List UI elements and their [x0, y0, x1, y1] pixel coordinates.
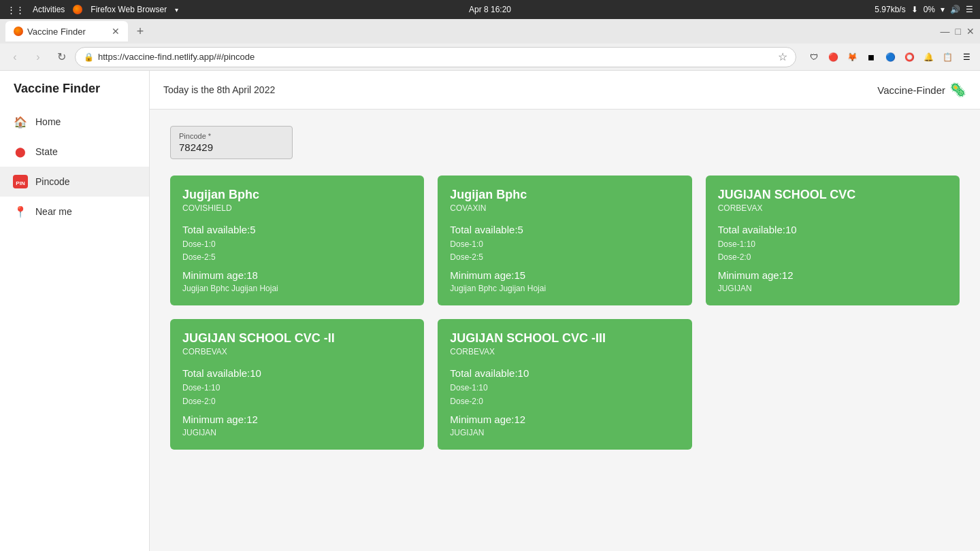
card-total-3: Total available:10 [182, 367, 412, 379]
sidebar-item-pincode[interactable]: PIN Pincode [0, 167, 149, 197]
content-area: Pincode * 782429 Jugijan Bphc COVISHIELD… [150, 110, 980, 466]
tab-favicon [14, 27, 23, 36]
battery-label: 0% [924, 5, 935, 14]
ext-4[interactable]: ◼ [863, 49, 879, 65]
menu-icon[interactable]: ☰ [966, 5, 973, 14]
tab-close-button[interactable]: ✕ [112, 26, 120, 37]
back-button[interactable]: ‹ [5, 48, 24, 67]
sidebar-item-state[interactable]: ⬤ State [0, 137, 149, 167]
wifi-icon: ▾ [941, 5, 945, 14]
sidebar-item-state-label: State [35, 146, 58, 157]
pincode-input[interactable]: Pincode * 782429 [170, 126, 293, 159]
vaccine-card-1: Jugijan Bphc COVAXIN Total available:5 D… [438, 176, 691, 305]
card-total-1: Total available:5 [450, 224, 679, 235]
card-total-0: Total available:5 [182, 224, 412, 235]
card-name-4: JUGIJAN SCHOOL CVC -III [450, 331, 679, 346]
card-dose1-2: Dose-1:10 [718, 238, 947, 251]
card-dose2-2: Dose-2:0 [718, 251, 947, 264]
browser-extensions: 🛡 🔴 🦊 ◼ 🔵 ⭕ 🔔 📋 ☰ [806, 49, 975, 65]
card-location-3: JUGIJAN [182, 428, 412, 437]
card-dose1-4: Dose-1:10 [450, 382, 679, 395]
card-min-age-2: Minimum age:12 [718, 269, 947, 281]
ext-3[interactable]: 🦊 [844, 49, 860, 65]
address-bar[interactable]: 🔒 https://vaccine-find.netlify.app/#/pin… [75, 47, 796, 67]
ext-2[interactable]: 🔴 [825, 49, 841, 65]
battery-icon: ⬇ [911, 5, 918, 14]
vaccine-card-0: Jugijan Bphc COVISHIELD Total available:… [170, 176, 424, 305]
browser-tab[interactable]: Vaccine Finder ✕ [5, 21, 128, 41]
activities-icon[interactable]: ⋮⋮ [7, 5, 24, 15]
card-total-4: Total available:10 [450, 367, 679, 379]
tab-title: Vaccine Finder [27, 27, 86, 37]
nearme-icon: 📍 [14, 205, 27, 218]
vaccine-cards-grid: Jugijan Bphc COVISHIELD Total available:… [170, 176, 960, 450]
card-name-0: Jugijan Bphc [182, 188, 412, 202]
card-dose2-3: Dose-2:0 [182, 395, 412, 408]
card-dose1-3: Dose-1:10 [182, 382, 412, 395]
lock-icon: 🔒 [84, 52, 94, 62]
card-location-0: Jugijan Bphc Jugijan Hojai [182, 284, 412, 293]
card-vaccine-1: COVAXIN [450, 203, 679, 213]
vaccine-card-2: JUGIJAN SCHOOL CVC CORBEVAX Total availa… [706, 176, 960, 305]
card-dose1-1: Dose-1:0 [450, 238, 679, 251]
card-vaccine-4: CORBEVAX [450, 347, 679, 356]
virus-icon: 🦠 [949, 82, 966, 98]
sidebar-item-home[interactable]: 🏠 Home [0, 107, 149, 137]
home-icon: 🏠 [14, 115, 27, 129]
os-topbar-left: ⋮⋮ Activities Firefox Web Browser ▾ [7, 5, 178, 15]
card-name-3: JUGIJAN SCHOOL CVC -II [182, 331, 412, 346]
pincode-label: Pincode * [179, 132, 284, 140]
os-topbar-right: 5.97kb/s ⬇ 0% ▾ 🔊 ☰ [875, 5, 973, 14]
sidebar-item-nearme[interactable]: 📍 Near me [0, 197, 149, 227]
card-min-age-3: Minimum age:12 [182, 414, 412, 425]
card-min-age-0: Minimum age:18 [182, 269, 412, 281]
pincode-field-wrap: Pincode * 782429 [170, 126, 960, 159]
state-icon: ⬤ [14, 145, 27, 158]
card-vaccine-2: CORBEVAX [718, 203, 947, 213]
url-text: https://vaccine-find.netlify.app/#/pinco… [98, 52, 774, 62]
ext-1[interactable]: 🛡 [806, 49, 822, 65]
card-total-2: Total available:10 [718, 224, 947, 235]
card-vaccine-0: COVISHIELD [182, 203, 412, 213]
os-datetime: Apr 8 16:20 [469, 5, 511, 14]
window-minimize-button[interactable]: — [941, 26, 950, 37]
dropdown-icon[interactable]: ▾ [175, 6, 178, 14]
bookmark-button[interactable]: ☆ [778, 50, 787, 63]
browser-name-label[interactable]: Firefox Web Browser [91, 5, 167, 14]
reload-button[interactable]: ↻ [52, 48, 71, 67]
app-container: Vaccine Finder 🏠 Home ⬤ State PIN Pincod… [0, 71, 980, 551]
header-date: Today is the 8th April 2022 [163, 84, 275, 95]
card-location-4: JUGIJAN [450, 428, 679, 437]
ext-7[interactable]: 🔔 [920, 49, 936, 65]
card-name-2: JUGIJAN SCHOOL CVC [718, 188, 947, 202]
ext-9[interactable]: ☰ [958, 49, 975, 65]
ext-5[interactable]: 🔵 [882, 49, 898, 65]
header-brand: Vaccine-Finder 🦠 [877, 82, 966, 98]
forward-button[interactable]: › [29, 48, 48, 67]
ext-6[interactable]: ⭕ [901, 49, 917, 65]
pincode-value: 782429 [179, 141, 284, 153]
brand-name: Vaccine-Finder [877, 84, 945, 96]
card-dose2-1: Dose-2:5 [450, 251, 679, 264]
main-header: Today is the 8th April 2022 Vaccine-Find… [150, 71, 980, 110]
new-tab-button[interactable]: + [131, 22, 150, 41]
network-speed: 5.97kb/s [875, 5, 905, 14]
window-close-button[interactable]: ✕ [966, 26, 975, 37]
card-name-1: Jugijan Bphc [450, 188, 679, 202]
card-location-2: JUGIJAN [718, 284, 947, 293]
window-maximize-button[interactable]: □ [956, 26, 961, 37]
card-dose1-0: Dose-1:0 [182, 238, 412, 251]
vaccine-card-3: JUGIJAN SCHOOL CVC -II CORBEVAX Total av… [170, 319, 424, 449]
browser-titlebar: Vaccine Finder ✕ + — □ ✕ [0, 19, 980, 44]
sidebar-item-home-label: Home [35, 116, 61, 127]
sidebar: Vaccine Finder 🏠 Home ⬤ State PIN Pincod… [0, 71, 150, 551]
ext-8[interactable]: 📋 [939, 49, 956, 65]
activities-label[interactable]: Activities [33, 5, 65, 14]
card-vaccine-3: CORBEVAX [182, 347, 412, 356]
os-topbar: ⋮⋮ Activities Firefox Web Browser ▾ Apr … [0, 0, 980, 19]
vaccine-card-4: JUGIJAN SCHOOL CVC -III CORBEVAX Total a… [438, 319, 691, 449]
browser-nav: ‹ › ↻ 🔒 https://vaccine-find.netlify.app… [0, 44, 980, 71]
card-min-age-1: Minimum age:15 [450, 269, 679, 281]
browser-chrome: Vaccine Finder ✕ + — □ ✕ ‹ › ↻ 🔒 https:/… [0, 19, 980, 71]
main-content: Today is the 8th April 2022 Vaccine-Find… [150, 71, 980, 551]
